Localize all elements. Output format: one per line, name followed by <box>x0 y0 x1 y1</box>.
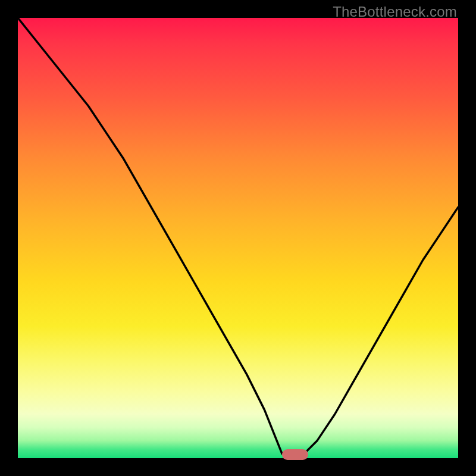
optimal-marker <box>282 449 308 460</box>
plot-area <box>18 18 458 458</box>
curve-path <box>18 18 458 458</box>
chart-frame: TheBottleneck.com <box>0 0 476 476</box>
line-chart-svg <box>18 18 458 458</box>
